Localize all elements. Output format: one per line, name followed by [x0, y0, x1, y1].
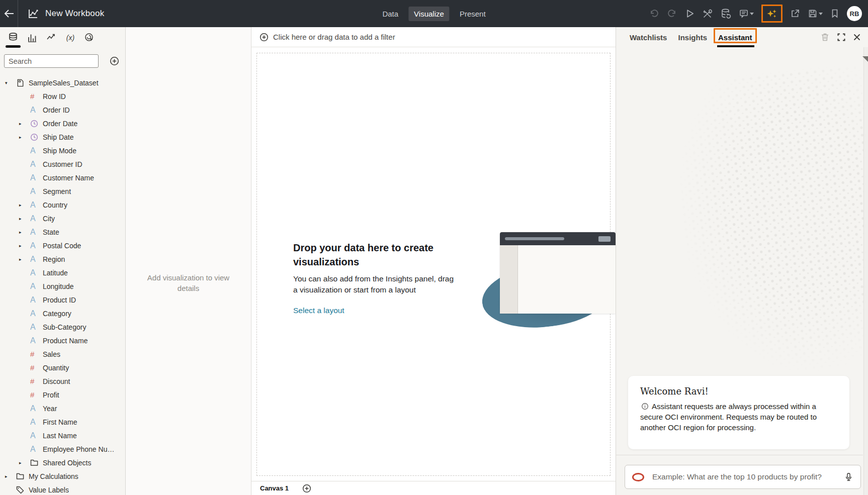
text-field-icon: A	[30, 228, 43, 236]
tree-row[interactable]: ACustomer ID	[0, 157, 125, 171]
canvas-tab[interactable]: Canvas 1	[260, 484, 289, 492]
filter-bar[interactable]: Click here or drag data to add a filter	[251, 27, 616, 47]
tree-row[interactable]: ALatitude	[0, 266, 125, 279]
tree-row[interactable]: ▸ACity	[0, 212, 125, 225]
add-canvas-button[interactable]	[302, 484, 311, 493]
tree-row[interactable]: ▸ACountry	[0, 198, 125, 212]
tree-row[interactable]: AProduct ID	[0, 293, 125, 307]
tree-row[interactable]: Value Labels	[0, 483, 125, 495]
comments-icon[interactable]	[739, 9, 749, 19]
close-icon[interactable]	[853, 33, 861, 41]
caret-expanded-icon[interactable]: ▾	[5, 80, 16, 85]
field-label: First Name	[43, 418, 77, 426]
field-label: Sub-Category	[43, 323, 86, 331]
assistant-icon[interactable]	[766, 8, 777, 19]
caret-collapsed-icon[interactable]: ▸	[19, 216, 30, 221]
analytics-tab-icon[interactable]	[45, 32, 57, 44]
tree-row[interactable]: ▸AState	[0, 225, 125, 239]
functions-tab-icon[interactable]: (x)	[64, 32, 76, 44]
tree-row[interactable]: ALongitude	[0, 279, 125, 293]
caret-collapsed-icon[interactable]: ▸	[5, 474, 16, 479]
tree-row[interactable]: AEmployee Phone Nu…	[0, 442, 125, 456]
save-icon[interactable]	[808, 9, 818, 19]
refresh-data-icon[interactable]	[720, 8, 731, 19]
mode-tabs: Data Visualize Present	[377, 0, 491, 27]
welcome-title: Welcome Ravi!	[640, 386, 837, 397]
tree-row[interactable]: ▸Ship Date	[0, 130, 125, 144]
save-caret-icon[interactable]	[819, 13, 823, 15]
comments-caret-icon[interactable]	[750, 13, 754, 15]
tree-row[interactable]: #Row ID	[0, 89, 125, 103]
empty-canvas-illustration	[482, 232, 616, 338]
field-tree: ▾SampleSales_Dataset#Row IDAOrder ID▸Ord…	[0, 76, 125, 495]
tree-row[interactable]: #Quantity	[0, 361, 125, 374]
header-divider	[18, 0, 18, 27]
caret-collapsed-icon[interactable]: ▸	[19, 230, 30, 235]
tree-row[interactable]: #Sales	[0, 347, 125, 361]
tree-row[interactable]: AYear	[0, 402, 125, 415]
app-header: New Workbook Data Visualize Present	[0, 0, 868, 27]
tab-present[interactable]: Present	[454, 7, 491, 21]
caret-collapsed-icon[interactable]: ▸	[19, 121, 30, 126]
tools-icon[interactable]	[702, 9, 713, 19]
avatar[interactable]: RB	[847, 6, 862, 21]
field-label: Value Labels	[29, 486, 69, 494]
resize-grip-icon[interactable]	[862, 56, 868, 62]
redo-icon[interactable]	[667, 9, 677, 19]
tree-row[interactable]: ▸Shared Objects	[0, 456, 125, 469]
drop-copy: Drop your data here to create visualizat…	[293, 241, 460, 315]
search-input[interactable]	[4, 54, 99, 68]
text-field-icon: A	[30, 242, 43, 250]
discover-tab-icon[interactable]	[83, 32, 96, 44]
tab-data[interactable]: Data	[377, 7, 404, 21]
bookmark-icon[interactable]	[830, 9, 839, 19]
workbook-title: New Workbook	[45, 9, 104, 19]
data-tab-icon[interactable]	[7, 32, 19, 44]
tree-row[interactable]: #Profit	[0, 388, 125, 402]
microphone-icon[interactable]	[844, 472, 853, 482]
tree-row[interactable]: ASub-Category	[0, 320, 125, 334]
add-filter-icon[interactable]	[259, 33, 269, 42]
caret-collapsed-icon[interactable]: ▸	[19, 243, 30, 248]
export-icon[interactable]	[790, 9, 800, 19]
tab-assistant[interactable]: Assistant	[718, 33, 752, 42]
undo-icon[interactable]	[649, 9, 659, 19]
tab-watchlists[interactable]: Watchlists	[630, 33, 667, 42]
visualizations-tab-icon[interactable]	[26, 32, 38, 44]
tree-row[interactable]: ALast Name	[0, 429, 125, 442]
expand-icon[interactable]	[837, 33, 846, 42]
tree-row[interactable]: AShip Mode	[0, 144, 125, 157]
select-layout-link[interactable]: Select a layout	[293, 306, 344, 315]
caret-collapsed-icon[interactable]: ▸	[19, 135, 30, 140]
caret-collapsed-icon[interactable]: ▸	[19, 203, 30, 208]
tree-row[interactable]: ▸APostal Code	[0, 239, 125, 252]
halftone-pattern	[667, 63, 868, 384]
field-label: Postal Code	[43, 242, 81, 250]
delete-icon[interactable]	[820, 32, 830, 42]
tag-field-icon	[16, 486, 29, 494]
tab-insights[interactable]: Insights	[678, 33, 707, 42]
tab-visualize[interactable]: Visualize	[408, 7, 450, 21]
caret-collapsed-icon[interactable]: ▸	[19, 460, 30, 465]
field-label: Last Name	[43, 432, 77, 440]
tree-row[interactable]: ACustomer Name	[0, 171, 125, 184]
assistant-input[interactable]	[651, 472, 844, 482]
tree-row[interactable]: ▸Order Date	[0, 117, 125, 130]
tree-row[interactable]: AFirst Name	[0, 415, 125, 429]
visualization-drop-zone[interactable]: Drop your data here to create visualizat…	[256, 53, 611, 476]
tree-row[interactable]: ▸ARegion	[0, 252, 125, 266]
tree-row[interactable]: AProduct Name	[0, 334, 125, 347]
back-button[interactable]	[0, 0, 18, 27]
add-data-button[interactable]	[110, 56, 119, 66]
tree-row[interactable]: ▸My Calculations	[0, 469, 125, 483]
tree-row[interactable]: ASegment	[0, 184, 125, 198]
panel-scrollbar[interactable]	[863, 47, 868, 495]
run-icon[interactable]	[684, 9, 695, 19]
tree-row[interactable]: ACategory	[0, 307, 125, 320]
field-label: Region	[43, 255, 65, 263]
date-field-icon	[30, 120, 43, 128]
tree-row[interactable]: AOrder ID	[0, 103, 125, 117]
caret-collapsed-icon[interactable]: ▸	[19, 257, 30, 262]
tree-row[interactable]: #Discount	[0, 374, 125, 388]
tree-row[interactable]: ▾SampleSales_Dataset	[0, 76, 125, 89]
